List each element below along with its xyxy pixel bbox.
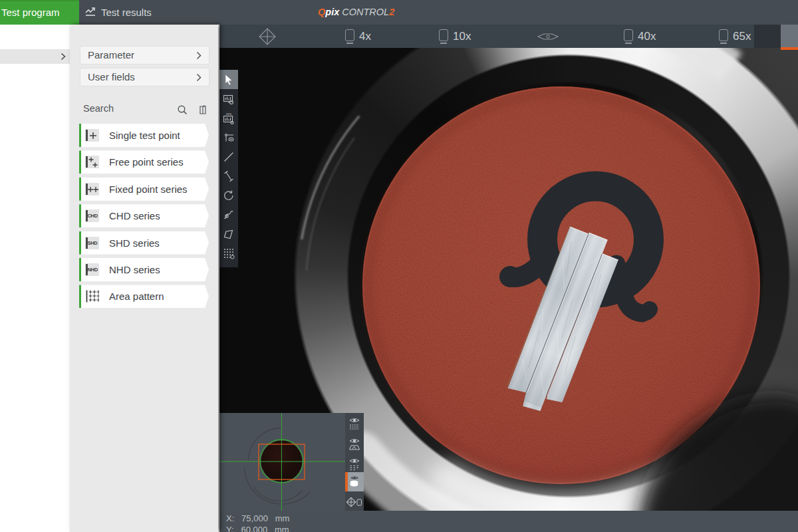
svg-text:HRS: HRS: [226, 112, 232, 116]
